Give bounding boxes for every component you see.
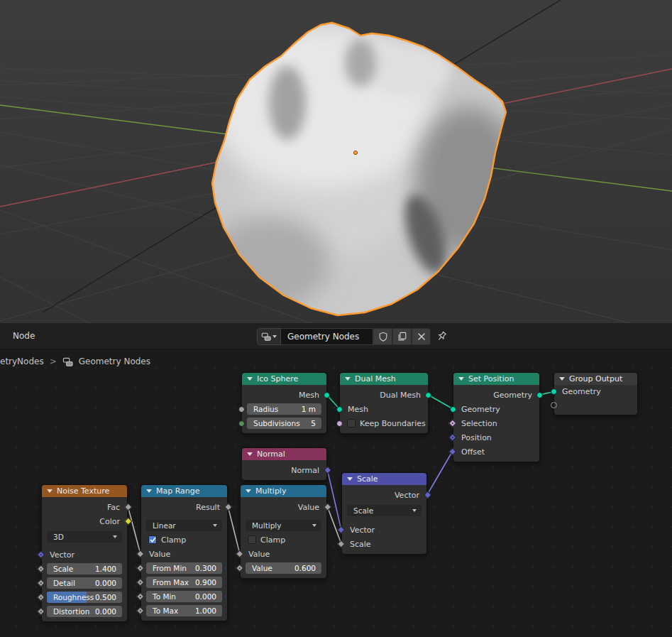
ico-sphere-subdivisions-field[interactable]: Subdivisions5 bbox=[247, 418, 321, 429]
pin-icon[interactable] bbox=[436, 330, 448, 345]
checkbox-row: Keep Boundaries bbox=[340, 416, 428, 430]
output-row: Vector bbox=[342, 488, 426, 502]
fake-user-button[interactable] bbox=[373, 328, 392, 345]
socket-ico-sphere-radius[interactable] bbox=[238, 406, 245, 413]
socket-label: Geometry bbox=[554, 387, 601, 396]
noise-texture-distortion-field[interactable]: Distortion0.000 bbox=[47, 606, 122, 617]
socket-label: Vector bbox=[42, 550, 75, 560]
socket-map-range-to_min[interactable] bbox=[136, 592, 144, 600]
input-row: Offset bbox=[453, 445, 539, 459]
socket-map-range-from_max[interactable] bbox=[136, 578, 144, 586]
value-field-row: Scale1.400 bbox=[42, 562, 127, 576]
value-field-row: To Max1.000 bbox=[141, 604, 227, 618]
input-row: Scale bbox=[342, 537, 426, 551]
map-range-to-max-field[interactable]: To Max1.000 bbox=[146, 605, 222, 616]
node-dual-mesh[interactable]: Dual MeshDual MeshMeshKeep Boundaries bbox=[339, 372, 429, 434]
browse-node-tree-button[interactable] bbox=[257, 328, 281, 345]
copy-button[interactable] bbox=[392, 328, 412, 345]
socket-map-range-from_min[interactable] bbox=[136, 564, 144, 572]
socket-set-position-geo_in[interactable] bbox=[450, 406, 456, 413]
collapse-chevron-icon[interactable] bbox=[458, 377, 464, 381]
socket-noise-texture-detail[interactable] bbox=[37, 579, 45, 587]
node-group-output[interactable]: Group OutputGeometry bbox=[553, 372, 638, 415]
multiply-value-field[interactable]: Value0.600 bbox=[246, 562, 321, 574]
collapse-chevron-icon[interactable] bbox=[146, 489, 152, 493]
socket-ico-sphere-subdivisions[interactable] bbox=[238, 420, 245, 427]
noise-texture-roughness-field[interactable]: Roughness0.500 bbox=[47, 592, 122, 603]
checkbox-label: Clamp bbox=[161, 535, 186, 545]
map-range-dropdown[interactable]: Linear bbox=[146, 520, 222, 531]
field-value: 0.600 bbox=[294, 564, 321, 572]
field-value: 0.900 bbox=[195, 578, 222, 587]
viewport-render bbox=[0, 0, 672, 323]
collapse-chevron-icon[interactable] bbox=[345, 377, 351, 381]
noise-texture-scale-field[interactable]: Scale1.400 bbox=[47, 563, 122, 575]
collapse-chevron-icon[interactable] bbox=[347, 477, 353, 481]
node-editor-canvas[interactable]: etryNodes > Geometry Nodes Ico SphereMes… bbox=[0, 349, 672, 637]
socket-label: Value bbox=[241, 503, 326, 512]
socket-group-output-geometry[interactable] bbox=[551, 388, 557, 395]
collapse-chevron-icon[interactable] bbox=[247, 377, 253, 381]
node-menu[interactable]: Node bbox=[13, 323, 35, 349]
tree-name-input[interactable] bbox=[281, 328, 373, 345]
map-range-from-min-field[interactable]: From Min0.300 bbox=[146, 562, 222, 574]
field-label: Value bbox=[246, 564, 272, 572]
field-label: Roughness bbox=[47, 593, 94, 601]
socket-ico-sphere-mesh_out[interactable] bbox=[324, 392, 330, 398]
node-header-normal: Normal bbox=[242, 448, 326, 460]
node-set-position[interactable]: Set PositionGeometryGeometrySelectionPos… bbox=[453, 372, 540, 462]
collapse-chevron-icon[interactable] bbox=[247, 452, 253, 456]
node-header-group-output: Group Output bbox=[554, 373, 637, 385]
collapse-chevron-icon[interactable] bbox=[47, 489, 53, 493]
chevron-down-icon bbox=[113, 535, 117, 538]
multiply-dropdown[interactable]: Multiply bbox=[246, 520, 321, 531]
scale-dropdown[interactable]: Scale bbox=[347, 505, 422, 516]
checkbox-row: Clamp bbox=[141, 533, 227, 547]
socket-dual-mesh-keep_boundaries[interactable] bbox=[336, 420, 343, 427]
socket-group-output-virtual[interactable] bbox=[551, 402, 557, 408]
collapse-chevron-icon[interactable] bbox=[246, 489, 251, 493]
socket-set-position-geo_out[interactable] bbox=[536, 392, 543, 398]
noise-texture-detail-field[interactable]: Detail0.000 bbox=[47, 577, 122, 589]
checkbox-label: Clamp bbox=[260, 535, 285, 545]
socket-noise-texture-scale[interactable] bbox=[37, 565, 45, 572]
ico-sphere-radius-field[interactable]: Radius1 m bbox=[247, 403, 321, 415]
socket-label: Value bbox=[241, 550, 270, 559]
socket-dual-mesh-out[interactable] bbox=[425, 392, 431, 398]
socket-dual-mesh-mesh[interactable] bbox=[336, 406, 343, 413]
input-row: Value bbox=[141, 547, 227, 561]
node-normal[interactable]: NormalNormal bbox=[241, 447, 327, 481]
dropdown-value: Linear bbox=[146, 521, 182, 530]
node-header-dual-mesh: Dual Mesh bbox=[340, 373, 428, 385]
node-noise-texture[interactable]: Noise TextureFacColor3DVectorScale1.400D… bbox=[41, 484, 128, 622]
value-field-row: From Min0.300 bbox=[141, 561, 227, 575]
node-scale[interactable]: ScaleVectorScaleVectorScale bbox=[341, 472, 427, 555]
node-multiply[interactable]: MultiplyValueMultiplyClampValueValue0.60… bbox=[240, 484, 327, 579]
multiply-clamp-checkbox[interactable] bbox=[248, 535, 256, 544]
3d-viewport[interactable] bbox=[0, 0, 672, 323]
node-map-range[interactable]: Map RangeResultLinearClampValueFrom Min0… bbox=[141, 484, 228, 621]
output-row: Fac bbox=[42, 500, 127, 514]
socket-label: Scale bbox=[342, 540, 371, 549]
node-title: Group Output bbox=[569, 374, 622, 383]
socket-multiply-val_field[interactable] bbox=[236, 564, 243, 572]
socket-noise-texture-distortion[interactable] bbox=[37, 607, 45, 615]
node-gap bbox=[342, 518, 426, 523]
socket-label: Normal bbox=[242, 466, 326, 475]
socket-noise-texture-roughness[interactable] bbox=[37, 593, 45, 601]
field-value: 0.300 bbox=[195, 564, 222, 572]
copy-icon bbox=[397, 332, 407, 342]
noise-texture-dropdown[interactable]: 3D bbox=[47, 531, 122, 543]
collapse-chevron-icon[interactable] bbox=[559, 377, 565, 381]
field-value: 0.000 bbox=[95, 579, 122, 587]
field-value: 0.000 bbox=[195, 592, 222, 601]
map-range-from-max-field[interactable]: From Max0.900 bbox=[146, 577, 222, 588]
map-range-clamp-checkbox[interactable] bbox=[148, 535, 157, 544]
chevron-down-icon bbox=[213, 524, 217, 527]
socket-label: Selection bbox=[453, 419, 497, 428]
node-ico-sphere[interactable]: Ico SphereMeshRadius1 mSubdivisions5 bbox=[241, 372, 327, 434]
socket-map-range-to_max[interactable] bbox=[136, 606, 144, 614]
unlink-button[interactable] bbox=[412, 328, 431, 345]
map-range-to-min-field[interactable]: To Min0.000 bbox=[146, 591, 222, 602]
dual-mesh-keep-boundaries-checkbox[interactable] bbox=[347, 419, 356, 428]
